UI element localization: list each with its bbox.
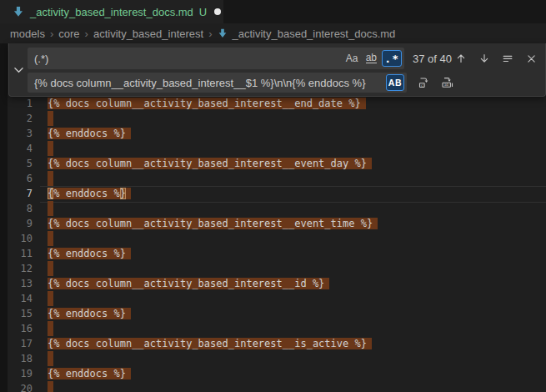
code-line[interactable]: 1{% docs column__activity_based_interest… xyxy=(8,96,546,111)
find-in-selection-button[interactable] xyxy=(498,49,517,68)
line-number: 10 xyxy=(8,231,33,246)
replace-value-text: {% docs column__activity_based_interest_… xyxy=(34,77,386,89)
replace-input[interactable]: {% docs column__activity_based_interest_… xyxy=(28,73,407,93)
line-text xyxy=(48,291,53,306)
code-line[interactable]: 9{% docs column__activity_based_interest… xyxy=(8,216,546,231)
line-number: 20 xyxy=(8,381,33,392)
match-highlight-newline xyxy=(48,201,53,216)
match-highlight-newline xyxy=(48,351,53,366)
replace-button[interactable]: c xyxy=(415,73,433,92)
editor-left-margin xyxy=(0,43,8,392)
breadcrumb-models[interactable]: models xyxy=(10,28,45,40)
line-number: 16 xyxy=(8,321,33,336)
line-text xyxy=(48,321,53,336)
match-highlight-newline xyxy=(48,171,53,186)
match-highlight-newline xyxy=(48,111,53,126)
match-case-toggle[interactable]: Aa xyxy=(343,50,361,67)
find-match-highlight: {% enddocs %} xyxy=(48,248,131,259)
find-actions xyxy=(452,49,540,68)
find-match-highlight: {% docs column__activity_based_interest_… xyxy=(48,338,372,349)
find-match-highlight: {% docs column__activity_based_interest_… xyxy=(48,158,372,169)
unsaved-changes-dot[interactable] xyxy=(214,8,221,15)
line-number: 17 xyxy=(8,336,33,351)
code-line[interactable]: 10 xyxy=(8,231,546,246)
next-match-button[interactable] xyxy=(475,49,493,68)
svg-text:c: c xyxy=(421,83,423,88)
code-line[interactable]: 6 xyxy=(8,171,546,186)
code-line[interactable]: 14 xyxy=(8,291,546,306)
line-text: {% enddocs %} xyxy=(48,186,131,201)
line-number: 2 xyxy=(8,111,33,126)
editor-content[interactable]: 1{% docs column__activity_based_interest… xyxy=(8,96,546,392)
line-text xyxy=(48,351,53,366)
replace-row: {% docs column__activity_based_interest_… xyxy=(28,73,540,93)
match-highlight-newline xyxy=(48,321,53,336)
code-line[interactable]: 18 xyxy=(8,351,546,366)
line-number: 3 xyxy=(8,126,33,141)
code-line[interactable]: 12 xyxy=(8,261,546,276)
tab-bar: _activity_based_interest_docs.md U xyxy=(0,0,546,23)
svg-text:ab: ab xyxy=(444,83,449,87)
breadcrumb-separator-icon: › xyxy=(50,28,53,40)
preserve-case-toggle[interactable]: AB xyxy=(386,74,404,91)
line-text xyxy=(48,261,53,276)
line-number: 15 xyxy=(8,306,33,321)
line-text: {% docs column__activity_based_interest_… xyxy=(48,156,372,171)
replace-all-button[interactable]: ab xyxy=(438,73,457,92)
code-line[interactable]: 17{% docs column__activity_based_interes… xyxy=(8,336,546,351)
line-text xyxy=(48,141,53,156)
code-line[interactable]: 7{% enddocs %} xyxy=(8,186,546,201)
line-number: 6 xyxy=(8,171,33,186)
code-line[interactable]: 16 xyxy=(8,321,546,336)
line-text: {% docs column__activity_based_interest_… xyxy=(48,96,366,111)
line-number: 13 xyxy=(8,276,33,291)
breadcrumb-activity-based-interest[interactable]: activity_based_interest xyxy=(93,28,203,40)
breadcrumb-separator-icon: › xyxy=(208,28,212,40)
breadcrumb-file[interactable]: _activity_based_interest_docs.md xyxy=(233,28,396,40)
replace-actions: c ab xyxy=(415,73,457,92)
line-text: {% docs column__activity_based_interest_… xyxy=(48,216,378,231)
match-highlight-newline xyxy=(48,381,53,392)
breadcrumb-core[interactable]: core xyxy=(58,28,79,40)
bracket-match-highlight: { xyxy=(48,188,53,199)
vscode-window: _activity_based_interest_docs.md U model… xyxy=(0,0,546,392)
breadcrumb-separator-icon: › xyxy=(85,28,88,40)
regex-toggle[interactable]: .* xyxy=(382,50,402,67)
line-text xyxy=(48,111,53,126)
code-line[interactable]: 8 xyxy=(8,201,546,216)
find-replace-widget: (.*) Aa ab .* 37 of 40 xyxy=(8,43,546,97)
line-number: 11 xyxy=(8,246,33,261)
find-match-highlight: {% enddocs %} xyxy=(48,308,131,319)
line-number: 7 xyxy=(8,186,33,201)
current-find-match: {% enddocs %} xyxy=(48,188,131,199)
find-match-highlight: {% docs column__activity_based_interest_… xyxy=(48,98,366,109)
line-text: {% enddocs %} xyxy=(48,306,131,321)
line-text: {% enddocs %} xyxy=(48,126,131,141)
code-line[interactable]: 19{% enddocs %} xyxy=(8,366,546,381)
code-line[interactable]: 5{% docs column__activity_based_interest… xyxy=(8,156,546,171)
code-line[interactable]: 4 xyxy=(8,141,546,156)
line-text: {% docs column__activity_based_interest_… xyxy=(48,336,372,351)
code-line[interactable]: 2 xyxy=(8,111,546,126)
whole-word-toggle[interactable]: ab xyxy=(363,50,379,67)
code-line[interactable]: 13{% docs column__activity_based_interes… xyxy=(8,276,546,291)
code-line[interactable]: 20 xyxy=(8,381,546,392)
toggle-replace-chevron-icon[interactable] xyxy=(9,43,28,96)
line-number: 5 xyxy=(8,156,33,171)
line-text: {% docs column__activity_based_interest_… xyxy=(48,276,329,291)
breadcrumb: models › core › activity_based_interest … xyxy=(0,23,546,43)
line-number: 4 xyxy=(8,141,33,156)
line-text xyxy=(48,381,53,392)
close-icon[interactable] xyxy=(522,49,540,68)
find-options: Aa ab .* xyxy=(343,50,402,67)
find-input[interactable]: (.*) Aa ab .* xyxy=(28,48,404,69)
line-number: 19 xyxy=(8,366,33,381)
line-number: 14 xyxy=(8,291,33,306)
tab-title: _activity_based_interest_docs.md xyxy=(30,6,193,18)
match-highlight-newline xyxy=(48,141,53,156)
tab-active-file[interactable]: _activity_based_interest_docs.md U xyxy=(0,0,223,23)
previous-match-button[interactable] xyxy=(452,49,470,68)
code-line[interactable]: 15{% enddocs %} xyxy=(8,306,546,321)
code-line[interactable]: 11{% enddocs %} xyxy=(8,246,546,261)
code-line[interactable]: 3{% enddocs %} xyxy=(8,126,546,141)
